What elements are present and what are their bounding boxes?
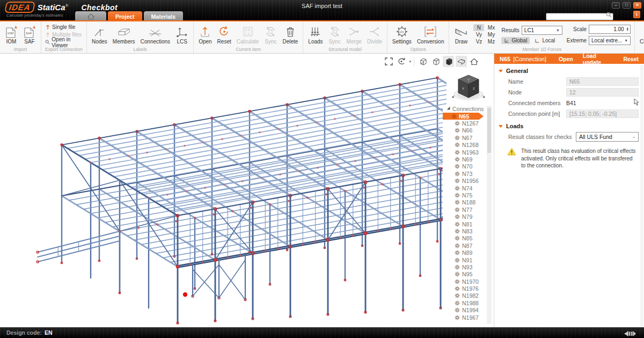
export-single-file-button[interactable]: Single file [45,24,83,31]
reset-item-button[interactable]: Reset [216,24,232,45]
tree-item-connection[interactable]: N81 [443,221,494,227]
maximize-button[interactable]: □ [623,2,631,9]
collapse-icon[interactable] [499,70,503,72]
shaded-edges-view-button[interactable] [430,56,441,67]
tree-item-connection[interactable]: N1963 [443,149,494,156]
conversion-button[interactable]: Conversion [416,24,445,45]
svg-text:Z: Z [473,87,475,90]
open-in-viewer-button[interactable]: Open in Viewer [45,39,83,46]
global-toggle[interactable]: Global [501,37,530,44]
draw-forces-button[interactable]: Draw [453,24,469,45]
tree-item-connection[interactable]: N73 [443,170,494,177]
labels-lcs-toggle[interactable]: LCS [174,24,189,45]
merge-button[interactable]: Merge [346,24,363,45]
tree-item-connection[interactable]: N75 [443,192,494,199]
force-Mz-toggle[interactable]: Mz [485,38,497,45]
tree-item-connection[interactable]: N69 [443,156,494,163]
tree-item-connection[interactable]: N1988 [443,299,494,306]
tree-item-connection[interactable]: N74 [443,185,494,192]
tree-item-connection[interactable]: N1994 [443,307,494,314]
tree-scrollbar-thumb[interactable] [487,108,491,153]
force-Vy-toggle[interactable]: Vy [473,31,484,38]
structural-model-3d[interactable] [0,54,494,327]
reset-connection-button[interactable]: Reset [623,56,639,62]
tree-item-connection[interactable]: N95 [443,271,494,278]
tree-item-connection[interactable]: N70 [443,163,494,170]
divide-button[interactable]: Divide [366,24,383,45]
tree-item-connection[interactable]: N1982 [443,292,494,299]
tab-project[interactable]: Project [108,11,142,20]
info-button[interactable]: i [633,11,640,18]
tree-item-connection[interactable]: N67 [443,134,494,141]
new-connection-button[interactable]: Connection [639,24,644,45]
results-dropdown[interactable]: LC1▼ [522,26,562,35]
force-My-toggle[interactable]: My [485,31,497,38]
tab-materials[interactable]: Materials [144,11,184,20]
wireframe-view-button[interactable] [417,56,428,67]
open-connection-button[interactable]: Open [559,56,573,62]
calculate-button[interactable]: + ×÷ = Calculate [236,24,260,45]
tab-bar: Project Materials [75,11,183,20]
labels-connections-toggle[interactable]: Connections [140,24,172,45]
tree-item-connection[interactable]: N83 [443,227,494,234]
prop-row-result-classes: Result classes for checks All ULS Fund ⌄ [494,131,644,142]
result-classes-dropdown[interactable]: All ULS Fund ⌄ [576,132,639,142]
tree-item-connection[interactable]: N1956 [443,178,494,185]
navigation-cube[interactable]: Y X Z [451,71,486,106]
collapse-icon[interactable] [499,125,503,128]
section-general[interactable]: General [494,64,644,76]
tree-item-connection[interactable]: N1976 [443,285,494,292]
settings-button[interactable]: </> Settings [391,24,413,45]
tree-item-connection[interactable]: N93 [443,263,494,270]
saf-import-button[interactable]: SAF SAF [22,24,37,45]
orbit-button[interactable] [396,56,407,67]
force-N-toggle[interactable]: N [473,24,484,31]
force-Mx-toggle[interactable]: Mx [485,24,497,31]
home-view-button[interactable] [469,56,480,67]
model-viewport[interactable]: ▾ Y X Z Con [0,54,494,327]
tree-item-connection[interactable]: N91 [443,256,494,263]
connector-plug-icon [624,330,636,337]
connected-members-value[interactable]: B41 [566,100,639,106]
sync-model-button[interactable]: Sync [327,24,342,45]
tree-item-connection[interactable]: N87 [443,242,494,249]
sync-item-button[interactable]: Sync [263,24,278,45]
section-loads[interactable]: Loads [494,119,644,131]
open-item-button[interactable]: Open [197,24,213,45]
tree-item-connection[interactable]: N188 [443,199,494,206]
labels-nodes-toggle[interactable]: Nodes [91,24,108,45]
tree-item-connection[interactable]: N85 [443,235,494,242]
tree-item-connection[interactable]: N1268 [443,142,494,149]
tab-home[interactable] [75,11,106,20]
tree-item-connection[interactable]: N66 [443,127,494,134]
properties-scrollbar[interactable] [640,65,643,326]
orbit-dropdown-chevron[interactable]: ▾ [409,60,411,64]
delete-item-button[interactable]: Delete [281,24,299,45]
labels-members-toggle[interactable]: Members [112,24,136,45]
force-Vz-toggle[interactable]: Vz [473,38,484,45]
loads-button[interactable]: Loads [307,24,324,45]
iom-import-button[interactable]: IOM IOM [4,24,19,45]
minimize-button[interactable]: – [612,2,620,9]
tree-item-connection[interactable]: N77 [443,206,494,213]
spinner-arrows[interactable]: ▲▼ [626,27,629,32]
tree-root-connections[interactable]: Connections [443,105,494,113]
tree-item-connection[interactable]: N1970 [443,278,494,285]
window-title: SAF import test [0,3,644,9]
tree-item-connection[interactable]: N89 [443,249,494,256]
section-clip-button[interactable] [456,56,467,67]
extreme-dropdown[interactable]: Local extre...▼ [589,36,631,45]
tree-expand-icon[interactable] [447,106,451,111]
zoom-fit-button[interactable] [383,56,394,67]
tree-item-connection[interactable]: N1267 [443,120,494,127]
tree-item-connection[interactable]: N79 [443,213,494,220]
solid-view-button[interactable] [443,56,454,67]
load-update-button[interactable]: Load update [583,53,614,65]
tree-item-connection[interactable]: N65 [443,113,484,120]
tree-item-connection[interactable]: N1967 [443,314,494,321]
close-button[interactable]: ✕ [633,2,641,9]
scale-input[interactable]: 1.00 ▲▼ [589,25,631,34]
search-input[interactable] [546,13,613,20]
local-toggle[interactable]: Local [532,37,558,44]
tree-scrollbar[interactable] [487,106,492,324]
